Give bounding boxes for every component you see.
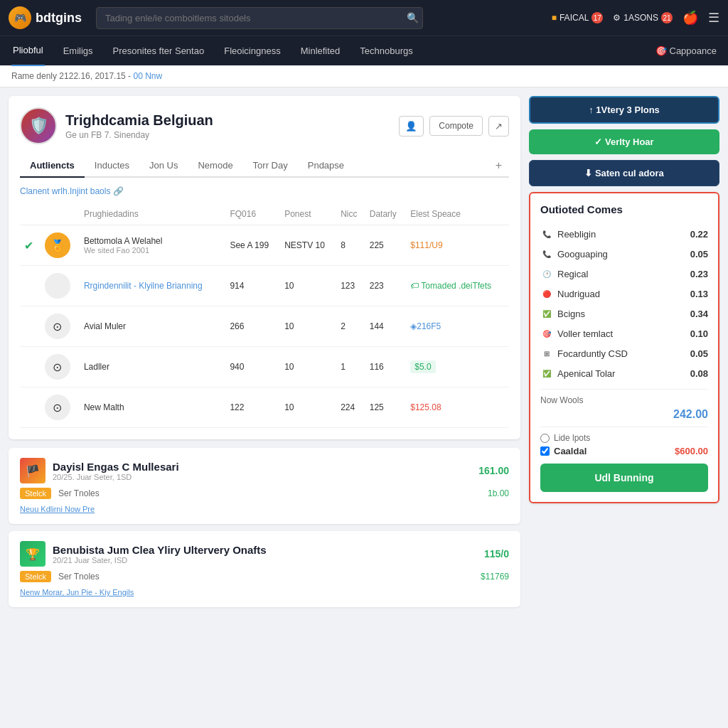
outcome-name: Googuaping	[557, 249, 608, 259]
outcome-name: Regical	[557, 269, 588, 279]
btn1[interactable]: ↑ 1Vtery 3 Plons	[529, 96, 719, 124]
user2-badge: 21	[661, 12, 673, 23]
caaldal-label: Caaldal	[554, 446, 587, 456]
outcome-val: 0.13	[690, 289, 708, 299]
outcome-icon: 🎯	[540, 327, 553, 340]
outcome-name: Voller temlact	[557, 328, 613, 339]
tab-pndapse[interactable]: Pndapse	[298, 154, 354, 178]
menu-button[interactable]: ☰	[708, 10, 719, 26]
main-content: 🛡️ Trighdcamia Belgiuan Ge un FB 7. Sine…	[9, 96, 520, 614]
outcome-row: ✅ Apenical Tolar 0.08	[540, 363, 708, 383]
profile-icon-btn[interactable]: 👤	[399, 116, 424, 136]
outcome-icon: ⊞	[540, 347, 553, 360]
right-sidebar: ↑ 1Vtery 3 Plons ✓ Verlty Hoar ⬇ Saten c…	[529, 96, 719, 614]
tab-autliencts[interactable]: Autliencts	[20, 154, 85, 178]
th-fq: FQ016	[225, 203, 280, 225]
row-ponest: 10	[280, 387, 336, 428]
match-details: Stelck Ser Tnoles 1b.00	[20, 488, 509, 499]
logo-icon: 🎮	[9, 6, 31, 29]
outcome-name: Nudriguad	[557, 289, 600, 299]
match-series-val: $11769	[481, 572, 509, 582]
match-name: Dayisl Engas C Mullesari	[53, 461, 179, 473]
user2-label: 1ASONS	[623, 13, 658, 23]
outcome-label: 📞 Reebligin	[540, 228, 596, 240]
udl-button[interactable]: Udl Bunning	[540, 464, 708, 492]
match-series: Ser Tnoles	[58, 488, 100, 498]
row-ponest: NESTV 10	[280, 225, 336, 266]
secondary-nav: Pliobful Emiligs Presonites fter Sentao …	[0, 36, 728, 65]
th-ponest: Ponest	[280, 203, 336, 225]
outcomes-list: 📞 Reebligin 0.22 📞 Googuaping 0.05 🕐 Reg…	[540, 224, 708, 383]
row-name: Bettomola A Welahel We sited Fao 2001	[80, 225, 226, 266]
tab-jonus[interactable]: Jon Us	[139, 154, 188, 178]
outcome-val: 0.34	[690, 309, 708, 319]
row-avatar: ⊙	[41, 387, 80, 428]
search-button[interactable]: 🔍	[407, 12, 419, 23]
row-avatar	[41, 266, 80, 306]
match-name: Benubista Jum Clea Yliry Ultervery Onaft…	[53, 544, 267, 556]
btn2[interactable]: ✓ Verlty Hoar	[529, 129, 719, 154]
match-link[interactable]: Nenw Morar, Jun Pie - Kiy Engils	[20, 588, 134, 596]
row-check	[20, 306, 41, 347]
match-score: 115/0	[484, 548, 509, 560]
tab-inductes[interactable]: Inductes	[85, 154, 139, 178]
checkbox1-input[interactable]	[540, 434, 550, 443]
logo[interactable]: 🎮 bdtgins	[9, 6, 82, 29]
outcome-val: 0.08	[690, 368, 708, 379]
outcomes-title: Outioted Comes	[540, 203, 708, 215]
nav-emiligs[interactable]: Emiligs	[62, 36, 95, 66]
match-details: Stelck Ser Tnoles $11769	[20, 571, 509, 582]
cappoance-button[interactable]: 🎯 Cappoance	[655, 46, 717, 56]
caaldal-row: Caaldal $600.00	[540, 446, 708, 456]
outcome-icon: 📞	[540, 228, 553, 240]
btn3[interactable]: ⬇ Saten cul adora	[529, 160, 719, 186]
breadcrumb: Rame denly 2122.16, 2017.15 - 00 Nnw	[0, 65, 728, 87]
outcome-row: 🕐 Regical 0.23	[540, 264, 708, 284]
breadcrumb-text: Rame denly 2122.16, 2017.15 -	[11, 71, 133, 81]
breadcrumb-link[interactable]: 00 Nnw	[133, 71, 162, 81]
nav-pliobful[interactable]: Pliobful	[11, 36, 45, 66]
apple-icon: 🍎	[682, 10, 698, 26]
match-tag: Stelck	[20, 488, 51, 499]
logo-text: bdtgins	[36, 11, 82, 26]
row-elest: $125.08	[406, 387, 509, 428]
row-avatar: 🏅	[41, 225, 80, 266]
tab-add-button[interactable]: +	[488, 154, 509, 176]
nav-minlefited[interactable]: Minlefited	[299, 36, 342, 66]
match-info: Benubista Jum Clea Yliry Ultervery Onaft…	[53, 544, 267, 564]
row-ponest: 10	[280, 266, 336, 306]
row-datarly: 223	[365, 266, 407, 306]
table-row: ✔ 🏅 Bettomola A Welahel We sited Fao 200…	[20, 225, 509, 266]
th-avatar	[41, 203, 80, 225]
search-input[interactable]	[96, 7, 423, 29]
nav-fleoicingness[interactable]: Fleoicingness	[223, 36, 282, 66]
nav-presonites[interactable]: Presonites fter Sentao	[112, 36, 206, 66]
now-wools-val: 242.00	[540, 408, 708, 421]
match-link[interactable]: Neuu Kdlirni Now Pre	[20, 505, 95, 513]
th-name: Prughiedadins	[80, 203, 226, 225]
outcome-label: ⊞ Focarduntly CSD	[540, 347, 628, 360]
row-avatar: ⊙	[41, 306, 80, 347]
user1-nav[interactable]: ■ FAICAL 17	[552, 12, 604, 23]
row-datarly: 125	[365, 387, 407, 428]
outcome-label: 🔴 Nudriguad	[540, 287, 600, 300]
match-cards-container: 🏴 Dayisl Engas C Mullesari 20/25. Juar S…	[9, 448, 520, 607]
outcome-name: Reebligin	[557, 229, 596, 240]
row-check	[20, 347, 41, 387]
cappoance-label: Cappoance	[670, 46, 717, 56]
search-bar: 🔍	[96, 7, 423, 29]
tab-torrday[interactable]: Torr Day	[243, 154, 298, 178]
row-name[interactable]: Rrgindennilit - Klyilne Brianning	[80, 266, 226, 306]
match-score: 161.00	[478, 465, 509, 476]
compote-button[interactable]: Compote	[429, 116, 483, 136]
tab-nemode[interactable]: Nemode	[188, 154, 242, 178]
user2-nav[interactable]: ⚙ 1ASONS 21	[613, 12, 673, 23]
outcome-row: 🔴 Nudriguad 0.13	[540, 284, 708, 304]
caaldal-checkbox[interactable]	[540, 446, 550, 456]
sec-nav-right: 🎯 Cappoance	[655, 46, 717, 56]
caaldal-val: $600.00	[675, 446, 708, 456]
nav-technoburgs[interactable]: Technoburgs	[358, 36, 414, 66]
share-icon-btn[interactable]: ↗	[488, 116, 509, 136]
row-datarly: 116	[365, 347, 407, 387]
th-datarly: Datarly	[365, 203, 407, 225]
